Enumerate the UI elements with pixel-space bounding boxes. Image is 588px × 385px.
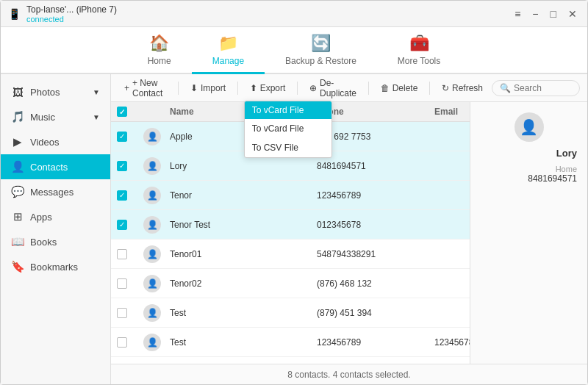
deduplicate-icon: ⊕ bbox=[309, 83, 317, 93]
header-email: Email bbox=[429, 107, 470, 117]
device-info: Top-lanse'... (iPhone 7) connected bbox=[26, 4, 117, 24]
header-avatar bbox=[137, 107, 164, 117]
csv-option-label: To CSV File bbox=[252, 143, 298, 153]
row-name: Test bbox=[164, 334, 311, 350]
nav-tabs: 🏠 Home 📁 Manage 🔄 Backup & Restore 🧰 Mor… bbox=[1, 27, 587, 74]
checkbox-2[interactable]: ✓ bbox=[117, 190, 127, 201]
tab-home[interactable]: 🏠 Home bbox=[127, 28, 192, 74]
sidebar-item-messages[interactable]: 💬 Messages bbox=[1, 179, 110, 204]
sidebar: 🖼 Photos ▼ 🎵 Music ▼ ▶ Videos 👤 Contacts… bbox=[1, 74, 111, 384]
search-box: 🔍 bbox=[492, 80, 580, 96]
menu-btn[interactable]: ≡ bbox=[512, 7, 523, 21]
close-btn[interactable]: ✕ bbox=[565, 7, 580, 21]
sidebar-bookmarks-label: Bookmarks bbox=[30, 262, 78, 273]
checkbox-6[interactable] bbox=[117, 308, 127, 318]
separator-5 bbox=[429, 82, 430, 95]
row-checkbox[interactable]: ✓ bbox=[111, 129, 137, 145]
row-avatar: 👤 bbox=[137, 125, 164, 148]
minimize-btn[interactable]: − bbox=[529, 7, 541, 21]
checkbox-1[interactable]: ✓ bbox=[117, 161, 127, 171]
import-icon: ⬇ bbox=[190, 83, 198, 93]
row-checkbox[interactable] bbox=[111, 334, 137, 350]
separator-3 bbox=[297, 82, 298, 95]
avatar-1: 👤 bbox=[143, 157, 161, 175]
export-dropdown: To vCard File To vCard File To CSV File bbox=[244, 101, 332, 158]
row-phone: (876) 468 132 bbox=[311, 276, 429, 292]
sidebar-item-photos[interactable]: 🖼 Photos ▼ bbox=[1, 80, 110, 104]
row-phone: 548794338291 bbox=[311, 246, 429, 262]
sidebar-apps-label: Apps bbox=[30, 212, 52, 223]
delete-button[interactable]: 🗑 Delete bbox=[375, 80, 424, 96]
select-all-checkbox[interactable]: ✓ bbox=[117, 107, 127, 117]
table-row[interactable]: 👤 Test 123456789 123456789@gmail.c... bbox=[111, 328, 470, 357]
sidebar-item-apps[interactable]: ⊞ Apps bbox=[1, 204, 110, 229]
title-bar-left: 📱 Top-lanse'... (iPhone 7) connected bbox=[8, 4, 117, 24]
sidebar-books-label: Books bbox=[30, 237, 57, 248]
row-checkbox[interactable] bbox=[111, 305, 137, 321]
vcard-option-label: To vCard File bbox=[252, 123, 304, 134]
detail-name: Lory bbox=[481, 148, 577, 159]
row-checkbox[interactable]: ✓ bbox=[111, 158, 137, 174]
table-row[interactable]: ✓ 👤 Tenor 123456789 bbox=[111, 181, 470, 210]
table-row[interactable]: 👤 Test (879) 451 394 bbox=[111, 298, 470, 328]
tab-manage-label: Manage bbox=[212, 56, 244, 66]
tab-manage[interactable]: 📁 Manage bbox=[192, 28, 265, 74]
sidebar-item-bookmarks[interactable]: 🔖 Bookmarks bbox=[1, 254, 110, 279]
row-checkbox[interactable] bbox=[111, 276, 137, 292]
sidebar-item-contacts[interactable]: 👤 Contacts bbox=[1, 154, 110, 179]
row-email bbox=[429, 192, 470, 198]
refresh-button[interactable]: ↻ Refresh bbox=[436, 80, 489, 96]
avatar-0: 👤 bbox=[143, 128, 161, 145]
export-vcard-option[interactable]: To vCard File bbox=[245, 119, 331, 138]
new-contact-button[interactable]: + + New Contact bbox=[118, 75, 172, 101]
row-checkbox[interactable]: ✓ bbox=[111, 217, 137, 233]
search-icon: 🔍 bbox=[500, 83, 511, 93]
checkbox-3[interactable]: ✓ bbox=[117, 220, 127, 230]
tab-tools[interactable]: 🧰 More Tools bbox=[377, 28, 461, 74]
row-checkbox[interactable] bbox=[111, 246, 137, 262]
sidebar-item-music[interactable]: 🎵 Music ▼ bbox=[1, 104, 110, 129]
checkbox-4[interactable] bbox=[117, 249, 127, 259]
table-detail-area: ✓ Name Phone Email ✓ 👤 Apple 800 692 775… bbox=[111, 102, 587, 364]
row-email bbox=[429, 251, 470, 257]
export-button[interactable]: ⬆ Export bbox=[244, 80, 292, 96]
sidebar-item-books[interactable]: 📖 Books bbox=[1, 229, 110, 254]
row-avatar: 👤 bbox=[137, 154, 164, 178]
table-row[interactable]: 👤 Tenor02 (876) 468 132 bbox=[111, 269, 470, 298]
maximize-btn[interactable]: □ bbox=[548, 7, 559, 21]
avatar-2: 👤 bbox=[143, 187, 161, 204]
plus-icon: + bbox=[124, 83, 129, 93]
app-window: 📱 Top-lanse'... (iPhone 7) connected ≡ −… bbox=[0, 0, 588, 385]
tab-backup-label: Backup & Restore bbox=[285, 56, 356, 66]
export-csv-option[interactable]: To CSV File bbox=[245, 138, 331, 157]
row-name: Test bbox=[164, 305, 311, 321]
manage-icon: 📁 bbox=[218, 34, 238, 53]
checkbox-5[interactable] bbox=[117, 278, 127, 289]
row-name: Tenor01 bbox=[164, 246, 311, 262]
row-phone: 012345678 bbox=[311, 217, 429, 233]
import-button[interactable]: ⬇ Import bbox=[184, 80, 232, 96]
photos-expand-icon: ▼ bbox=[93, 88, 100, 96]
row-avatar: 👤 bbox=[137, 272, 164, 295]
search-input[interactable] bbox=[514, 83, 573, 93]
row-checkbox[interactable]: ✓ bbox=[111, 187, 137, 204]
toolbar: + + New Contact ⬇ Import ⬆ Export bbox=[111, 74, 587, 102]
contacts-icon: 👤 bbox=[11, 160, 24, 173]
deduplicate-button[interactable]: ⊕ De-Duplicate bbox=[304, 75, 362, 101]
checkbox-0[interactable]: ✓ bbox=[117, 132, 127, 142]
sidebar-item-videos[interactable]: ▶ Videos bbox=[1, 129, 110, 154]
detail-phone-value: 8481694571 bbox=[481, 173, 577, 184]
checkbox-7[interactable] bbox=[117, 337, 127, 348]
separator-1 bbox=[178, 82, 179, 95]
import-label: Import bbox=[201, 83, 226, 93]
tab-backup[interactable]: 🔄 Backup & Restore bbox=[265, 28, 377, 74]
row-email bbox=[429, 134, 470, 140]
sidebar-music-label: Music bbox=[30, 112, 55, 123]
messages-icon: 💬 bbox=[11, 185, 24, 198]
table-row[interactable]: ✓ 👤 Tenor Test 012345678 bbox=[111, 210, 470, 240]
header-checkbox: ✓ bbox=[111, 107, 137, 117]
photos-icon: 🖼 bbox=[11, 86, 24, 98]
title-bar-controls: ≡ − □ ✕ bbox=[512, 7, 580, 21]
row-avatar: 👤 bbox=[137, 331, 164, 354]
table-row[interactable]: 👤 Tenor01 548794338291 bbox=[111, 240, 470, 269]
